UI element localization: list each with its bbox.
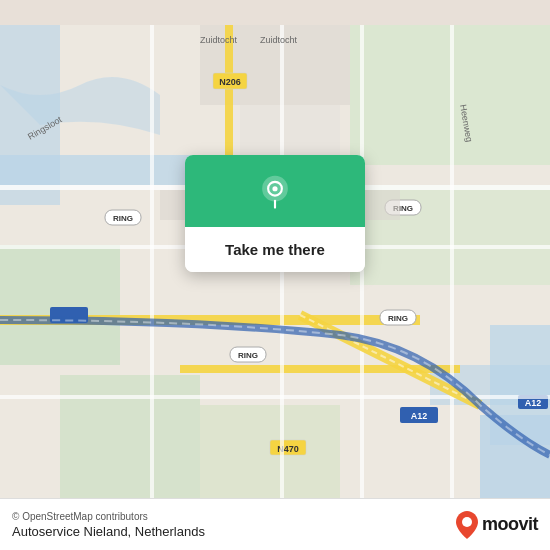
- map-container: N206 RING RING RING RING A12 A12 N470: [0, 0, 550, 550]
- svg-text:RING: RING: [113, 214, 133, 223]
- location-label: Autoservice Nieland, Netherlands: [12, 524, 205, 539]
- svg-text:RING: RING: [388, 314, 408, 323]
- svg-rect-6: [0, 245, 120, 365]
- svg-text:RING: RING: [238, 351, 258, 360]
- svg-rect-36: [150, 25, 154, 525]
- popup-green-header: [185, 155, 365, 227]
- bottom-bar: © OpenStreetMap contributors Autoservice…: [0, 498, 550, 550]
- take-me-there-button[interactable]: Take me there: [185, 227, 365, 272]
- svg-text:Zuidtocht: Zuidtocht: [200, 35, 238, 45]
- svg-point-50: [272, 186, 277, 191]
- svg-rect-38: [360, 25, 364, 525]
- svg-point-51: [462, 517, 472, 527]
- bottom-left-info: © OpenStreetMap contributors Autoservice…: [12, 511, 205, 539]
- svg-rect-39: [450, 25, 454, 525]
- svg-rect-37: [280, 25, 284, 525]
- moovit-brand-name: moovit: [482, 514, 538, 535]
- map-background: N206 RING RING RING RING A12 A12 N470: [0, 0, 550, 550]
- svg-text:A12: A12: [411, 411, 428, 421]
- location-pin-icon: [257, 175, 293, 211]
- svg-text:A12: A12: [525, 398, 542, 408]
- svg-text:N206: N206: [219, 77, 241, 87]
- osm-attribution: © OpenStreetMap contributors: [12, 511, 205, 522]
- svg-text:Zuidtocht: Zuidtocht: [260, 35, 298, 45]
- svg-rect-2: [0, 155, 200, 185]
- moovit-pin-icon: [456, 511, 478, 539]
- moovit-logo: moovit: [456, 511, 538, 539]
- popup-card: Take me there: [185, 155, 365, 272]
